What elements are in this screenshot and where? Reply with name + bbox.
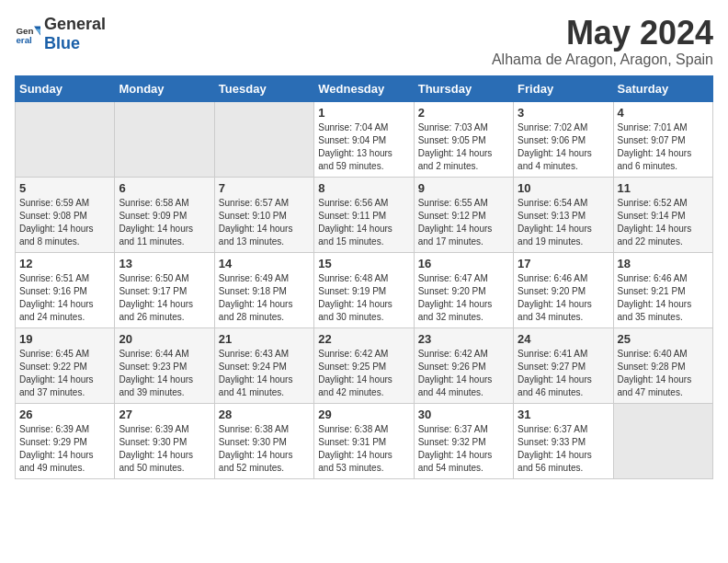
logo-general: General bbox=[44, 15, 106, 33]
calendar-week-row: 1Sunrise: 7:04 AM Sunset: 9:04 PM Daylig… bbox=[16, 101, 713, 177]
day-number: 13 bbox=[119, 257, 210, 270]
calendar-cell: 2Sunrise: 7:03 AM Sunset: 9:05 PM Daylig… bbox=[414, 101, 513, 177]
day-info: Sunrise: 6:38 AM Sunset: 9:31 PM Dayligh… bbox=[318, 423, 409, 475]
location-title: Alhama de Aragon, Aragon, Spain bbox=[492, 52, 713, 68]
day-info: Sunrise: 6:45 AM Sunset: 9:22 PM Dayligh… bbox=[19, 348, 110, 399]
weekday-header: Friday bbox=[514, 75, 613, 101]
title-area: May 2024 Alhama de Aragon, Aragon, Spain bbox=[492, 15, 713, 68]
day-info: Sunrise: 6:50 AM Sunset: 9:17 PM Dayligh… bbox=[119, 272, 210, 324]
weekday-header: Saturday bbox=[613, 75, 712, 101]
calendar-cell: 19Sunrise: 6:45 AM Sunset: 9:22 PM Dayli… bbox=[16, 327, 115, 403]
calendar-cell: 7Sunrise: 6:57 AM Sunset: 9:10 PM Daylig… bbox=[214, 177, 313, 252]
day-info: Sunrise: 6:54 AM Sunset: 9:13 PM Dayligh… bbox=[518, 197, 609, 248]
weekday-header: Thursday bbox=[414, 75, 513, 101]
calendar-cell: 30Sunrise: 6:37 AM Sunset: 9:32 PM Dayli… bbox=[414, 403, 513, 478]
day-info: Sunrise: 6:39 AM Sunset: 9:30 PM Dayligh… bbox=[119, 423, 210, 475]
weekday-header: Tuesday bbox=[214, 75, 313, 101]
calendar-cell: 17Sunrise: 6:46 AM Sunset: 9:20 PM Dayli… bbox=[514, 252, 613, 327]
day-number: 30 bbox=[418, 408, 509, 421]
logo: Gen eral General Blue bbox=[15, 15, 106, 53]
day-number: 24 bbox=[518, 332, 609, 346]
calendar-cell bbox=[613, 403, 712, 478]
calendar-cell: 14Sunrise: 6:49 AM Sunset: 9:18 PM Dayli… bbox=[214, 252, 313, 327]
calendar-cell: 11Sunrise: 6:52 AM Sunset: 9:14 PM Dayli… bbox=[613, 177, 712, 252]
weekday-header: Sunday bbox=[16, 75, 115, 101]
logo-blue: Blue bbox=[44, 34, 80, 52]
day-info: Sunrise: 6:38 AM Sunset: 9:30 PM Dayligh… bbox=[219, 423, 310, 475]
day-info: Sunrise: 6:52 AM Sunset: 9:14 PM Dayligh… bbox=[618, 197, 709, 248]
day-number: 21 bbox=[219, 332, 310, 346]
day-number: 1 bbox=[318, 106, 409, 120]
day-number: 5 bbox=[19, 181, 110, 195]
day-info: Sunrise: 6:58 AM Sunset: 9:09 PM Dayligh… bbox=[119, 197, 210, 248]
page-header: Gen eral General Blue May 2024 Alhama de… bbox=[15, 15, 713, 68]
day-number: 9 bbox=[418, 181, 509, 195]
calendar-cell: 4Sunrise: 7:01 AM Sunset: 9:07 PM Daylig… bbox=[613, 101, 712, 177]
day-info: Sunrise: 6:39 AM Sunset: 9:29 PM Dayligh… bbox=[19, 423, 110, 475]
day-number: 27 bbox=[119, 408, 210, 421]
calendar-cell: 1Sunrise: 7:04 AM Sunset: 9:04 PM Daylig… bbox=[314, 101, 414, 177]
day-number: 28 bbox=[219, 408, 310, 421]
day-number: 18 bbox=[618, 257, 709, 270]
day-number: 16 bbox=[418, 257, 509, 270]
calendar-week-row: 12Sunrise: 6:51 AM Sunset: 9:16 PM Dayli… bbox=[16, 252, 713, 327]
day-info: Sunrise: 6:41 AM Sunset: 9:27 PM Dayligh… bbox=[518, 348, 609, 399]
calendar-cell: 9Sunrise: 6:55 AM Sunset: 9:12 PM Daylig… bbox=[414, 177, 513, 252]
day-number: 25 bbox=[618, 332, 709, 346]
calendar-cell bbox=[115, 101, 214, 177]
day-number: 4 bbox=[618, 106, 709, 120]
day-info: Sunrise: 7:02 AM Sunset: 9:06 PM Dayligh… bbox=[518, 121, 609, 173]
calendar-cell: 31Sunrise: 6:37 AM Sunset: 9:33 PM Dayli… bbox=[514, 403, 613, 478]
day-number: 22 bbox=[318, 332, 409, 346]
calendar-cell: 8Sunrise: 6:56 AM Sunset: 9:11 PM Daylig… bbox=[314, 177, 414, 252]
day-info: Sunrise: 6:47 AM Sunset: 9:20 PM Dayligh… bbox=[418, 272, 509, 324]
day-number: 10 bbox=[518, 181, 609, 195]
calendar-cell: 23Sunrise: 6:42 AM Sunset: 9:26 PM Dayli… bbox=[414, 327, 513, 403]
weekday-header-row: SundayMondayTuesdayWednesdayThursdayFrid… bbox=[16, 75, 713, 101]
calendar-week-row: 5Sunrise: 6:59 AM Sunset: 9:08 PM Daylig… bbox=[16, 177, 713, 252]
day-info: Sunrise: 6:51 AM Sunset: 9:16 PM Dayligh… bbox=[19, 272, 110, 324]
calendar-cell: 28Sunrise: 6:38 AM Sunset: 9:30 PM Dayli… bbox=[214, 403, 313, 478]
calendar-cell: 5Sunrise: 6:59 AM Sunset: 9:08 PM Daylig… bbox=[16, 177, 115, 252]
day-number: 19 bbox=[19, 332, 110, 346]
day-info: Sunrise: 6:49 AM Sunset: 9:18 PM Dayligh… bbox=[219, 272, 310, 324]
day-number: 7 bbox=[219, 181, 310, 195]
calendar-cell: 13Sunrise: 6:50 AM Sunset: 9:17 PM Dayli… bbox=[115, 252, 214, 327]
calendar-cell: 6Sunrise: 6:58 AM Sunset: 9:09 PM Daylig… bbox=[115, 177, 214, 252]
calendar-cell: 16Sunrise: 6:47 AM Sunset: 9:20 PM Dayli… bbox=[414, 252, 513, 327]
day-number: 23 bbox=[418, 332, 509, 346]
day-number: 20 bbox=[119, 332, 210, 346]
day-number: 2 bbox=[418, 106, 509, 120]
day-info: Sunrise: 6:46 AM Sunset: 9:20 PM Dayligh… bbox=[518, 272, 609, 324]
day-info: Sunrise: 6:59 AM Sunset: 9:08 PM Dayligh… bbox=[19, 197, 110, 248]
calendar-cell: 18Sunrise: 6:46 AM Sunset: 9:21 PM Dayli… bbox=[613, 252, 712, 327]
calendar-cell: 25Sunrise: 6:40 AM Sunset: 9:28 PM Dayli… bbox=[613, 327, 712, 403]
calendar-cell: 26Sunrise: 6:39 AM Sunset: 9:29 PM Dayli… bbox=[16, 403, 115, 478]
month-title: May 2024 bbox=[492, 15, 713, 52]
calendar-cell: 29Sunrise: 6:38 AM Sunset: 9:31 PM Dayli… bbox=[314, 403, 414, 478]
calendar-week-row: 26Sunrise: 6:39 AM Sunset: 9:29 PM Dayli… bbox=[16, 403, 713, 478]
calendar-cell: 21Sunrise: 6:43 AM Sunset: 9:24 PM Dayli… bbox=[214, 327, 313, 403]
calendar-cell: 15Sunrise: 6:48 AM Sunset: 9:19 PM Dayli… bbox=[314, 252, 414, 327]
calendar-week-row: 19Sunrise: 6:45 AM Sunset: 9:22 PM Dayli… bbox=[16, 327, 713, 403]
calendar-cell: 24Sunrise: 6:41 AM Sunset: 9:27 PM Dayli… bbox=[514, 327, 613, 403]
day-number: 17 bbox=[518, 257, 609, 270]
day-number: 31 bbox=[518, 408, 609, 421]
calendar-cell: 22Sunrise: 6:42 AM Sunset: 9:25 PM Dayli… bbox=[314, 327, 414, 403]
day-number: 14 bbox=[219, 257, 310, 270]
day-info: Sunrise: 6:37 AM Sunset: 9:33 PM Dayligh… bbox=[518, 423, 609, 475]
day-info: Sunrise: 6:40 AM Sunset: 9:28 PM Dayligh… bbox=[618, 348, 709, 399]
day-number: 15 bbox=[318, 257, 409, 270]
calendar-cell bbox=[214, 101, 313, 177]
day-info: Sunrise: 7:03 AM Sunset: 9:05 PM Dayligh… bbox=[418, 121, 509, 173]
day-info: Sunrise: 6:43 AM Sunset: 9:24 PM Dayligh… bbox=[219, 348, 310, 399]
day-number: 8 bbox=[318, 181, 409, 195]
day-info: Sunrise: 6:42 AM Sunset: 9:25 PM Dayligh… bbox=[318, 348, 409, 399]
weekday-header: Monday bbox=[115, 75, 214, 101]
logo-icon: Gen eral bbox=[15, 21, 40, 47]
day-number: 26 bbox=[19, 408, 110, 421]
calendar-table: SundayMondayTuesdayWednesdayThursdayFrid… bbox=[15, 75, 713, 479]
calendar-cell: 20Sunrise: 6:44 AM Sunset: 9:23 PM Dayli… bbox=[115, 327, 214, 403]
day-info: Sunrise: 6:48 AM Sunset: 9:19 PM Dayligh… bbox=[318, 272, 409, 324]
day-info: Sunrise: 6:57 AM Sunset: 9:10 PM Dayligh… bbox=[219, 197, 310, 248]
